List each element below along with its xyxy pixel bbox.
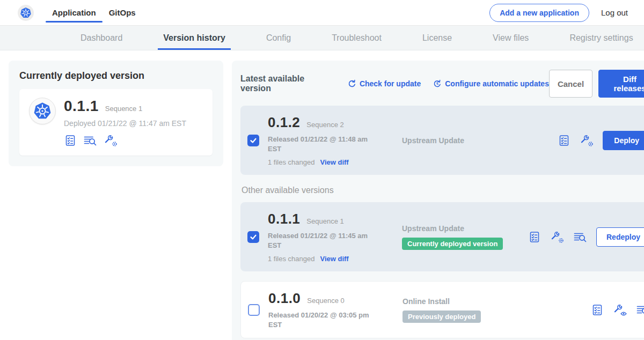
released-timestamp: Released 01/20/22 @ 03:05 pm EST [268, 311, 382, 329]
logout-link[interactable]: Log out [601, 8, 628, 17]
header-right: Add a new application Log out [489, 4, 644, 22]
version-sequence: Sequence 1 [306, 217, 343, 225]
subnav-dashboard[interactable]: Dashboard [75, 26, 128, 50]
subnav-config[interactable]: Config [261, 26, 296, 50]
deployed-version-card: 0.1.1 Sequence 1 Deployed 01/21/22 @ 11:… [19, 89, 213, 156]
version-number: 0.1.1 [268, 211, 300, 227]
version-sequence: Sequence 2 [306, 121, 343, 129]
edit-config-icon[interactable] [580, 134, 594, 147]
version-checkbox[interactable] [247, 135, 259, 146]
version-row: 0.1.1 Sequence 1 [64, 98, 186, 115]
add-application-button[interactable]: Add a new application [489, 4, 589, 22]
subnav-view-files[interactable]: View files [487, 26, 534, 50]
configure-automatic-updates-link[interactable]: Configure automatic updates [433, 79, 549, 88]
tab-application[interactable]: Application [46, 0, 103, 25]
subnav-troubleshoot[interactable]: Troubleshoot [326, 26, 387, 50]
subnav-version-history[interactable]: Version history [158, 26, 231, 50]
released-timestamp: Released 01/21/22 @ 11:45 am EST [268, 231, 382, 250]
deploy-button[interactable]: Deploy [603, 131, 644, 150]
deployed-timestamp: Deployed 01/21/22 @ 11:47 am EST [64, 119, 186, 128]
checkmark-icon [249, 136, 258, 145]
app-icon-circle [29, 98, 56, 124]
version-card-0-1-2: 0.1.2 Sequence 2 Released 01/21/22 @ 11:… [240, 106, 644, 175]
subnav-registry-settings[interactable]: Registry settings [564, 26, 638, 50]
check-for-update-link[interactable]: Check for update [347, 79, 421, 88]
edit-config-icon[interactable] [550, 231, 564, 243]
redeploy-button[interactable]: Redeploy [596, 227, 644, 247]
cancel-button[interactable]: Cancel [549, 70, 592, 98]
version-card-0-1-1: 0.1.1 Sequence 1 Released 01/21/22 @ 11:… [240, 202, 644, 271]
released-timestamp: Released 01/21/22 @ 11:48 am EST [268, 135, 382, 153]
latest-version-header: Latest available version Check for updat… [240, 70, 644, 98]
currently-deployed-panel: Currently deployed version 0.1.1 Sequenc… [9, 61, 223, 166]
checkmark-icon [249, 233, 258, 241]
diff-releases-button[interactable]: Diff releases [598, 70, 644, 98]
version-sequence: Sequence 0 [307, 297, 344, 305]
refresh-icon [347, 79, 356, 88]
gear-icon [588, 141, 594, 147]
view-diff-link[interactable]: View diff [320, 158, 348, 166]
view-diff-link[interactable]: View diff [320, 255, 348, 263]
version-number: 0.1.0 [268, 290, 301, 307]
app-logo [18, 5, 34, 21]
version-checkbox[interactable] [247, 231, 259, 243]
preflight-checks-icon[interactable] [528, 231, 541, 243]
deploy-logs-icon[interactable] [83, 134, 97, 147]
files-changed-label: 1 files changed [268, 158, 314, 166]
view-config-icon[interactable] [613, 304, 627, 316]
gear-icon [112, 141, 118, 147]
version-history-panel: Latest available version Check for updat… [232, 61, 644, 340]
deploy-logs-icon[interactable] [636, 304, 644, 316]
eye-icon [620, 312, 627, 316]
version-source: Online Install [402, 297, 529, 306]
preflight-checks-icon[interactable] [591, 304, 604, 316]
tab-gitops[interactable]: GitOps [103, 0, 142, 25]
version-checkbox[interactable] [248, 304, 260, 316]
preflight-checks-icon[interactable] [64, 134, 77, 147]
main-content: Currently deployed version 0.1.1 Sequenc… [0, 50, 644, 340]
header-tabs: Application GitOps [46, 0, 142, 25]
version-source: Upstream Update [402, 136, 528, 145]
files-changed-label: 1 files changed [268, 255, 314, 263]
subnav-license[interactable]: License [417, 26, 457, 50]
currently-deployed-title: Currently deployed version [19, 70, 213, 82]
deploy-logs-icon[interactable] [573, 231, 587, 243]
app-header: Application GitOps Add a new application… [0, 0, 644, 26]
version-card-0-1-0: 0.1.0 Sequence 0 Released 01/20/22 @ 03:… [240, 281, 644, 338]
gear-icon [558, 238, 564, 243]
currently-deployed-badge: Currently deployed version [402, 238, 503, 250]
kubernetes-icon [19, 6, 32, 19]
deployed-sequence: Sequence 1 [105, 105, 142, 113]
version-source: Upstream Update [402, 224, 528, 233]
other-versions-label: Other available versions [241, 186, 644, 195]
preflight-checks-icon[interactable] [558, 134, 570, 147]
edit-config-icon[interactable] [104, 134, 118, 147]
app-subnav: Dashboard Version history Config Trouble… [0, 26, 644, 50]
kubernetes-icon [32, 101, 53, 121]
version-number: 0.1.2 [268, 114, 300, 131]
previously-deployed-badge: Previously deployed [402, 311, 481, 323]
latest-version-title: Latest available version [240, 74, 335, 93]
clock-refresh-icon [433, 79, 442, 88]
deployed-version-number: 0.1.1 [64, 98, 99, 115]
